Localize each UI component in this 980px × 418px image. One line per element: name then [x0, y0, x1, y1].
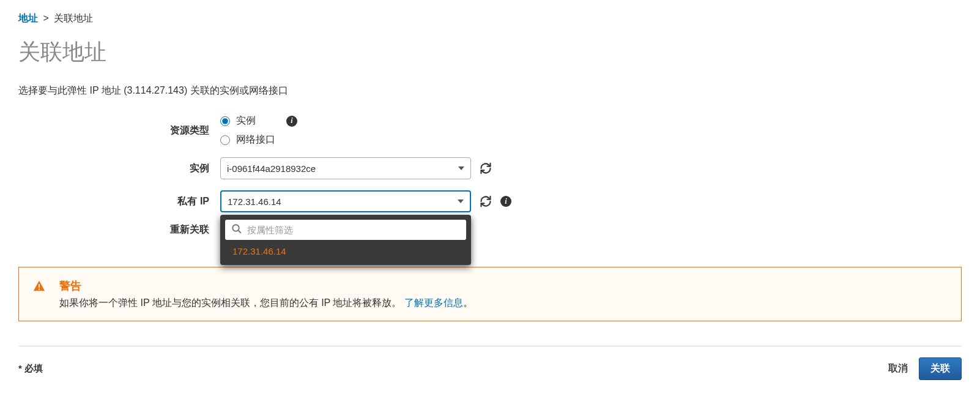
warning-box: 警告 如果你将一个弹性 IP 地址与您的实例相关联，您目前的公有 IP 地址将被… [18, 267, 962, 321]
breadcrumb-separator: > [43, 13, 48, 23]
required-note: * 必填 [18, 363, 43, 375]
refresh-icon[interactable] [480, 162, 492, 174]
breadcrumb-root-link[interactable]: 地址 [18, 13, 38, 23]
private-ip-select[interactable]: 172.31.46.14 [220, 190, 471, 212]
warning-text: 如果你将一个弹性 IP 地址与您的实例相关联，您目前的公有 IP 地址将被释放。… [59, 297, 473, 310]
cancel-button[interactable]: 取消 [888, 362, 908, 375]
private-ip-dropdown: 172.31.46.14 [220, 215, 471, 265]
warning-title: 警告 [59, 278, 473, 293]
chevron-down-icon [458, 166, 464, 170]
svg-point-0 [232, 225, 239, 231]
warning-icon [32, 280, 46, 295]
info-icon[interactable]: i [500, 196, 511, 207]
breadcrumb-current: 关联地址 [54, 13, 93, 23]
svg-rect-3 [39, 289, 40, 290]
info-icon[interactable]: i [286, 116, 297, 127]
svg-line-1 [238, 230, 241, 233]
instance-label: 实例 [18, 162, 220, 175]
breadcrumb: 地址 > 关联地址 [18, 12, 962, 25]
private-ip-label: 私有 IP [18, 195, 220, 208]
page-description: 选择要与此弹性 IP 地址 (3.114.27.143) 关联的实例或网络接口 [18, 84, 962, 97]
resource-type-network-interface-label[interactable]: 网络接口 [236, 133, 275, 146]
resource-type-instance-label[interactable]: 实例 [236, 114, 256, 127]
instance-select[interactable]: i-0961f44a2918932ce [220, 157, 471, 179]
search-icon [231, 223, 242, 236]
private-ip-search-input[interactable] [247, 225, 460, 235]
chevron-down-icon [458, 200, 464, 203]
page-title: 关联地址 [18, 37, 962, 67]
svg-rect-2 [39, 284, 40, 288]
resource-type-label: 资源类型 [18, 124, 220, 137]
refresh-icon[interactable] [480, 195, 492, 207]
associate-button[interactable]: 关联 [919, 357, 962, 380]
resource-type-instance-radio[interactable] [220, 116, 230, 126]
private-ip-select-value: 172.31.46.14 [228, 196, 281, 207]
instance-select-value: i-0961f44a2918932ce [227, 163, 316, 174]
resource-type-network-interface-radio[interactable] [220, 135, 230, 145]
learn-more-link[interactable]: 了解更多信息 [404, 297, 463, 308]
reassociate-label: 重新关联 [18, 223, 220, 236]
private-ip-option[interactable]: 172.31.46.14 [225, 240, 466, 260]
